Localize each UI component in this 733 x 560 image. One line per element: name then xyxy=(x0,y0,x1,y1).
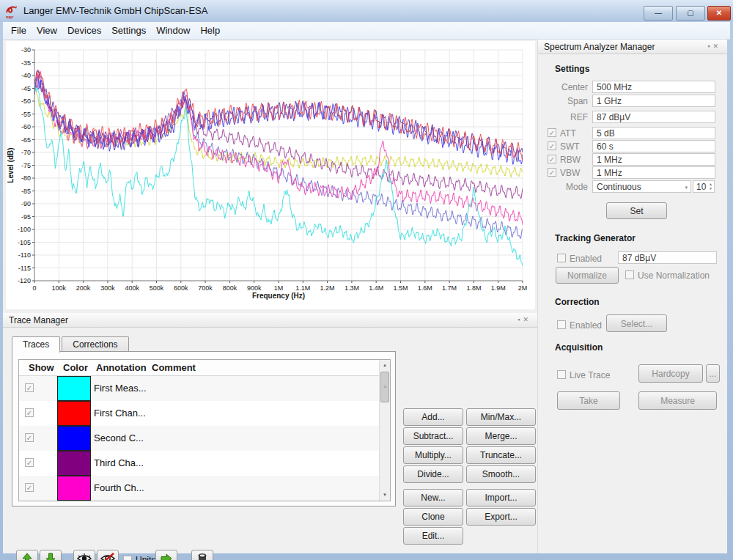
multiply-button[interactable]: Multiply... xyxy=(403,446,463,464)
tab-corrections[interactable]: Corrections xyxy=(62,336,128,352)
att-checkbox[interactable] xyxy=(548,128,556,137)
color-swatch[interactable] xyxy=(57,401,91,426)
scroll-down-icon[interactable]: ▼ xyxy=(380,490,390,501)
swt-field[interactable]: 60 s xyxy=(592,140,715,152)
smooth-button[interactable]: Smooth... xyxy=(466,465,536,483)
edit-button[interactable]: Edit... xyxy=(403,527,463,545)
close-button[interactable]: ✕ xyxy=(707,6,731,21)
annotation-text: First Chan... xyxy=(94,408,146,419)
divide-button[interactable]: Divide... xyxy=(403,465,463,483)
show-checkbox[interactable] xyxy=(25,458,34,467)
column-header-annotation[interactable]: Annotation xyxy=(96,362,147,373)
color-swatch[interactable] xyxy=(57,376,91,401)
x-tick-label: 200k xyxy=(76,284,91,292)
spectrum-chart[interactable]: -30-35-40-45-50-55-60-65-70-75-80-85-90-… xyxy=(6,41,535,309)
minimize-button[interactable]: — xyxy=(644,6,673,21)
y-tick-label: -85 xyxy=(21,188,31,195)
apply-button[interactable] xyxy=(155,550,177,560)
units-checkbox[interactable] xyxy=(123,556,132,560)
y-tick-label: -65 xyxy=(21,136,31,144)
move-up-button[interactable] xyxy=(16,550,38,560)
trace-row[interactable]: Third Cha... xyxy=(19,451,380,476)
scrollbar-thumb[interactable]: ≡ xyxy=(380,372,389,402)
span-field[interactable]: 1 GHz xyxy=(592,95,715,107)
tg-level-field[interactable]: 87 dBµV xyxy=(618,251,717,264)
x-tick-label: 1.7M xyxy=(442,284,457,292)
chevron-down-icon[interactable]: ▾ xyxy=(685,185,688,191)
menu-item-view[interactable]: View xyxy=(32,23,62,38)
color-swatch[interactable] xyxy=(57,476,91,501)
color-swatch[interactable] xyxy=(57,426,91,451)
column-header-show[interactable]: Show xyxy=(29,362,54,373)
import-button[interactable]: Import... xyxy=(466,489,536,506)
trace-row[interactable]: First Meas... xyxy=(19,376,380,401)
x-tick-label: 800k xyxy=(223,284,237,292)
vbw-field[interactable]: 1 MHz xyxy=(592,166,715,179)
tg-enabled-label: Enabled xyxy=(570,254,602,264)
center-field[interactable]: 500 MHz xyxy=(592,81,715,93)
x-tick-label: 600k xyxy=(174,284,188,292)
show-checkbox[interactable] xyxy=(25,383,34,392)
measure-button[interactable]: Measure xyxy=(638,391,717,410)
correction-select-button[interactable]: Select... xyxy=(606,314,667,332)
y-tick-label: -45 xyxy=(21,85,31,92)
show-checkbox[interactable] xyxy=(25,408,34,417)
trace-row[interactable]: First Chan... xyxy=(19,401,380,426)
trace-table-scrollbar[interactable]: ▲ ≡ ▼ xyxy=(379,360,390,501)
truncate-button[interactable]: Truncate... xyxy=(466,446,536,464)
take-button[interactable]: Take xyxy=(557,391,620,410)
use-normalization-checkbox[interactable] xyxy=(625,270,634,279)
show-checkbox[interactable] xyxy=(25,433,34,442)
export-button[interactable]: Export... xyxy=(466,508,536,526)
hardcopy-button[interactable]: Hardcopy xyxy=(638,364,703,383)
annotation-text: Second C... xyxy=(94,432,144,443)
panel-close-icon[interactable]: ✕ xyxy=(523,316,531,323)
menu-item-devices[interactable]: Devices xyxy=(62,23,106,38)
att-field[interactable]: 5 dB xyxy=(592,127,715,139)
menu-item-file[interactable]: File xyxy=(6,23,32,38)
column-header-comment[interactable]: Comment xyxy=(152,362,196,373)
mode-combobox[interactable]: Continuous ▾ xyxy=(592,180,691,193)
show-checkbox[interactable] xyxy=(25,483,34,492)
trace-row[interactable]: Fourth Ch... xyxy=(19,476,380,501)
vbw-label: VBW xyxy=(560,168,580,178)
maximize-button[interactable]: ▢ xyxy=(676,6,705,21)
add-button[interactable]: Add... xyxy=(403,408,463,426)
min-max-button[interactable]: Min/Max... xyxy=(466,408,536,426)
color-swatch[interactable] xyxy=(57,451,91,476)
clone-button[interactable]: Clone xyxy=(403,508,463,526)
annotation-text: First Meas... xyxy=(94,383,147,394)
menu-item-help[interactable]: Help xyxy=(195,23,225,38)
mode-count-spinner[interactable]: 10 ▲▼ xyxy=(693,180,715,193)
new-button[interactable]: New... xyxy=(403,489,463,506)
panel-close-icon[interactable]: ✕ xyxy=(712,43,721,50)
hide-trace-button[interactable] xyxy=(97,550,119,560)
center-label: Center xyxy=(544,82,588,92)
trace-table-header: ShowColorAnnotationComment xyxy=(19,360,390,376)
column-header-color[interactable]: Color xyxy=(63,362,88,373)
set-button[interactable]: Set xyxy=(606,202,667,219)
client-area: -30-35-40-45-50-55-60-65-70-75-80-85-90-… xyxy=(3,40,727,553)
rbw-checkbox[interactable] xyxy=(548,155,556,163)
subtract-button[interactable]: Subtract... xyxy=(403,427,463,445)
normalize-button[interactable]: Normalize xyxy=(556,267,619,284)
correction-enabled-checkbox[interactable] xyxy=(557,320,566,329)
x-tick-label: 1.9M xyxy=(491,284,506,292)
move-down-button[interactable] xyxy=(40,550,62,560)
hardcopy-more-button[interactable]: ... xyxy=(706,364,720,383)
menu-item-window[interactable]: Window xyxy=(151,23,195,38)
merge-button[interactable]: Merge... xyxy=(466,427,536,445)
swt-checkbox[interactable] xyxy=(548,141,556,150)
tab-traces[interactable]: Traces xyxy=(12,336,60,353)
rbw-field[interactable]: 1 MHz xyxy=(592,153,715,166)
live-trace-checkbox[interactable] xyxy=(557,370,566,379)
scroll-up-icon[interactable]: ▲ xyxy=(380,360,390,371)
vbw-checkbox[interactable] xyxy=(548,168,556,177)
menu-item-settings[interactable]: Settings xyxy=(106,23,151,38)
show-trace-button[interactable] xyxy=(73,550,95,560)
ref-field[interactable]: 87 dBµV xyxy=(592,111,715,123)
tg-enabled-checkbox[interactable] xyxy=(557,254,566,262)
spinner-arrows-icon[interactable]: ▲▼ xyxy=(709,182,712,191)
delete-trace-button[interactable] xyxy=(191,550,213,560)
trace-row[interactable]: Second C... xyxy=(19,426,380,451)
